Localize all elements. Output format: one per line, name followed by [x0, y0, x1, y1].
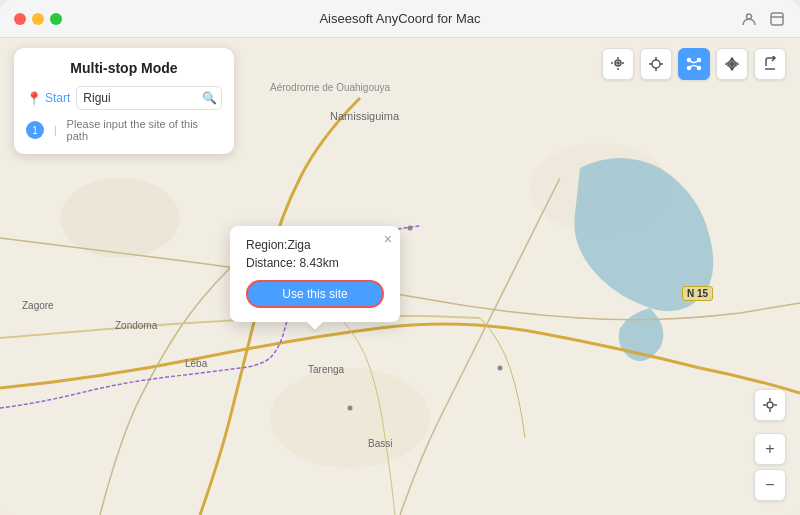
start-input-wrapper: 🔍: [76, 86, 222, 110]
map-popup: × Region:Ziga Distance: 8.43km Use this …: [230, 226, 400, 322]
titlebar: Aiseesoft AnyCoord for Mac: [0, 0, 800, 38]
zoom-in-button[interactable]: +: [754, 433, 786, 465]
crosshair-button[interactable]: [640, 48, 672, 80]
svg-point-5: [270, 368, 430, 468]
svg-point-13: [652, 60, 660, 68]
map-container[interactable]: Aérodrome de Ouahigouya Namissiguima Zag…: [0, 38, 800, 515]
map-toolbar: [602, 48, 786, 80]
export-button[interactable]: [754, 48, 786, 80]
svg-point-19: [767, 402, 773, 408]
window-icon[interactable]: [768, 10, 786, 28]
popup-close-button[interactable]: ×: [384, 232, 392, 246]
route-button[interactable]: [678, 48, 710, 80]
svg-point-15: [698, 59, 701, 62]
svg-rect-1: [771, 13, 783, 25]
stop-number-badge: 1: [26, 121, 44, 139]
svg-point-18: [731, 63, 734, 66]
svg-point-12: [617, 62, 619, 64]
location-pin-button[interactable]: [602, 48, 634, 80]
traffic-lights: [14, 13, 62, 25]
map-controls: + −: [754, 389, 786, 501]
use-this-site-button[interactable]: Use this site: [246, 280, 384, 308]
app-title: Aiseesoft AnyCoord for Mac: [319, 11, 480, 26]
svg-point-9: [348, 406, 353, 411]
user-icon[interactable]: [740, 10, 758, 28]
panel-title: Multi-stop Mode: [26, 60, 222, 76]
svg-point-10: [498, 366, 503, 371]
minimize-button[interactable]: [32, 13, 44, 25]
my-location-button[interactable]: [754, 389, 786, 421]
stop-row-1: 1 | Please input the site of this path: [26, 118, 222, 142]
titlebar-icons: [740, 10, 786, 28]
svg-point-14: [688, 59, 691, 62]
svg-point-16: [688, 67, 691, 70]
location-pin-icon: 📍: [26, 91, 42, 106]
multistop-panel: Multi-stop Mode 📍 Start 🔍 1 | Please inp…: [14, 48, 234, 154]
svg-point-8: [408, 226, 413, 231]
start-label: 📍 Start: [26, 91, 70, 106]
move-button[interactable]: [716, 48, 748, 80]
maximize-button[interactable]: [50, 13, 62, 25]
svg-point-4: [60, 178, 180, 258]
stop-placeholder: Please input the site of this path: [67, 118, 222, 142]
popup-region: Region:Ziga: [246, 238, 384, 252]
search-icon: 🔍: [202, 91, 217, 105]
close-button[interactable]: [14, 13, 26, 25]
start-row: 📍 Start 🔍: [26, 86, 222, 110]
popup-distance: Distance: 8.43km: [246, 256, 384, 270]
start-input[interactable]: [76, 86, 222, 110]
zoom-out-button[interactable]: −: [754, 469, 786, 501]
svg-point-17: [698, 67, 701, 70]
